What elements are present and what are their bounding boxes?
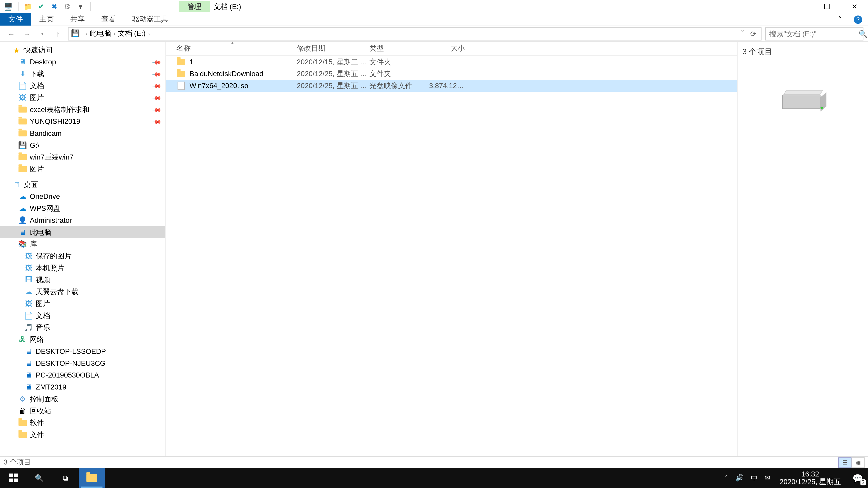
taskbar-search-icon[interactable]: 🔍 [26, 468, 53, 488]
nav-forward-button[interactable]: → [20, 27, 33, 40]
chevron-right-icon[interactable]: › [111, 30, 118, 37]
task-view-button[interactable]: ⧉ [53, 468, 79, 488]
tab-home[interactable]: 主页 [31, 13, 62, 26]
tab-view[interactable]: 查看 [93, 13, 124, 26]
nav-quick-item[interactable]: YUNQISHI2019📌 [0, 116, 165, 127]
nav-lib-item[interactable]: 🖼本机照片 [0, 262, 165, 274]
ribbon-collapse-icon[interactable]: ˅ [832, 13, 848, 26]
qat-new-icon[interactable]: ⚙ [63, 2, 72, 11]
breadcrumb-current[interactable]: 文档 (E:) [118, 29, 146, 39]
address-bar[interactable]: 💾 › 此电脑 › 文档 (E:) › ˅ ⟳ [68, 27, 762, 40]
nav-quick-access[interactable]: ★快速访问 [0, 44, 165, 56]
network-icon: 🖧 [18, 335, 27, 344]
pin-icon: 📌 [152, 117, 162, 126]
nav-quick-item[interactable]: 图片 [0, 163, 165, 175]
nav-up-button[interactable]: ↑ [51, 27, 64, 40]
preview-item-count: 3 个项目 [742, 46, 863, 57]
qat-dropdown-icon[interactable]: ▾ [76, 2, 85, 11]
tab-drive-tools[interactable]: 驱动器工具 [124, 13, 176, 26]
nav-folder[interactable]: 软件 [0, 417, 165, 429]
search-icon[interactable]: 🔍 [859, 29, 868, 38]
action-center-button[interactable]: 💬 3 [847, 468, 868, 488]
minimize-button[interactable]: ﹘ [786, 0, 813, 13]
nav-lib-item[interactable]: 📄文档 [0, 310, 165, 322]
nav-quick-item[interactable]: ⬇下载📌 [0, 68, 165, 80]
nav-quick-item[interactable]: Bandicam [0, 127, 165, 139]
file-row[interactable]: 12020/12/15, 星期二 1...文件夹 [166, 56, 737, 68]
nav-recycle-bin[interactable]: 🗑回收站 [0, 405, 165, 417]
video-icon: 🎞 [24, 275, 33, 285]
nav-quick-item[interactable]: excel表格制作求和📌 [0, 104, 165, 116]
search-box[interactable]: 🔍 [765, 27, 864, 40]
nav-quick-item[interactable]: 💾G:\ [0, 139, 165, 151]
contextual-tab-manage[interactable]: 管理 [179, 1, 210, 12]
nav-network[interactable]: 🖧网络 [0, 333, 165, 346]
view-icons-button[interactable]: ▦ [851, 457, 865, 468]
tray-volume-icon[interactable]: 🔊 [732, 474, 747, 482]
column-name[interactable]: ▴名称 [166, 43, 297, 54]
folder-icon [18, 430, 27, 440]
preview-pane: 3 个项目 [737, 42, 868, 470]
search-input[interactable] [769, 29, 859, 38]
recycle-icon: 🗑 [18, 406, 27, 416]
taskbar-clock[interactable]: 16:322020/12/25, 星期五 [774, 470, 847, 486]
nav-lib-item[interactable]: 🖼图片 [0, 298, 165, 310]
wps-icon: ☁ [18, 204, 27, 213]
qat-check-icon[interactable]: ✔ [36, 2, 46, 11]
help-icon[interactable]: ? [848, 13, 868, 26]
pin-icon: 📌 [152, 93, 162, 103]
nav-net-item[interactable]: 🖥ZMT2019 [0, 381, 165, 393]
qat-cross-icon[interactable]: ✖ [50, 2, 59, 11]
computer-icon: 🖥 [24, 382, 33, 392]
nav-onedrive[interactable]: ☁OneDrive [0, 191, 165, 203]
file-date: 2020/12/25, 星期五 1... [297, 80, 370, 91]
nav-quick-item[interactable]: win7重装win7 [0, 151, 165, 163]
column-size[interactable]: 大小 [429, 43, 465, 54]
start-button[interactable] [0, 468, 26, 488]
nav-recent-dropdown[interactable]: ▾ [36, 27, 49, 40]
nav-net-item[interactable]: 🖥DESKTOP-NJEU3CG [0, 357, 165, 369]
nav-wps[interactable]: ☁WPS网盘 [0, 202, 165, 215]
nav-back-button[interactable]: ← [5, 27, 18, 40]
folder-icon: 🖼 [24, 263, 33, 273]
taskbar-explorer[interactable] [79, 468, 105, 488]
chevron-right-icon[interactable]: › [83, 30, 90, 37]
app-icon[interactable]: 🖥️ [4, 2, 13, 11]
refresh-icon[interactable]: ⟳ [748, 29, 758, 38]
nav-libraries[interactable]: 📚库 [0, 238, 165, 250]
file-icon [176, 81, 186, 90]
tray-ime-indicator[interactable]: 中 [747, 474, 761, 483]
file-row[interactable]: BaiduNetdiskDownload2020/12/25, 星期五 1...… [166, 68, 737, 80]
nav-control-panel[interactable]: ⚙控制面板 [0, 393, 165, 405]
nav-user[interactable]: 👤Administrator [0, 215, 165, 226]
nav-net-item[interactable]: 🖥PC-20190530OBLA [0, 369, 165, 381]
address-dropdown-icon[interactable]: ˅ [738, 29, 747, 38]
nav-folder[interactable]: 文件 [0, 429, 165, 441]
tray-chevron-up-icon[interactable]: ˄ [721, 474, 732, 482]
file-row[interactable]: Win7x64_2020.iso2020/12/25, 星期五 1...光盘映像… [166, 80, 737, 92]
nav-lib-item[interactable]: 🖼保存的图片 [0, 250, 165, 262]
qat-properties-icon[interactable]: 📁 [23, 2, 33, 11]
chevron-right-icon[interactable]: › [146, 30, 152, 37]
maximize-button[interactable]: ☐ [813, 0, 841, 13]
column-date[interactable]: 修改日期 [297, 43, 370, 54]
drive-icon [782, 90, 824, 111]
tab-share[interactable]: 共享 [62, 13, 93, 26]
tab-file[interactable]: 文件 [0, 13, 31, 26]
tray-app-icon[interactable]: ✉ [761, 474, 774, 482]
column-type[interactable]: 类型 [369, 43, 429, 54]
library-icon: 📚 [18, 239, 27, 249]
desktop-icon: 🖥 [18, 57, 27, 67]
close-button[interactable]: ✕ [841, 0, 868, 13]
nav-lib-item[interactable]: 🎵音乐 [0, 322, 165, 333]
view-details-button[interactable]: ☰ [838, 457, 851, 468]
breadcrumb-root[interactable]: 此电脑 [90, 29, 111, 39]
nav-lib-item[interactable]: 🎞视频 [0, 274, 165, 286]
nav-this-pc[interactable]: 🖥此电脑 [0, 226, 165, 238]
nav-desktop[interactable]: 🖥桌面 [0, 179, 165, 191]
nav-net-item[interactable]: 🖥DESKTOP-LSSOEDP [0, 346, 165, 357]
nav-quick-item[interactable]: 📄文档📌 [0, 80, 165, 92]
nav-quick-item[interactable]: 🖥Desktop📌 [0, 56, 165, 68]
nav-lib-item[interactable]: ☁天翼云盘下载 [0, 286, 165, 298]
nav-quick-item[interactable]: 🖼图片📌 [0, 92, 165, 104]
